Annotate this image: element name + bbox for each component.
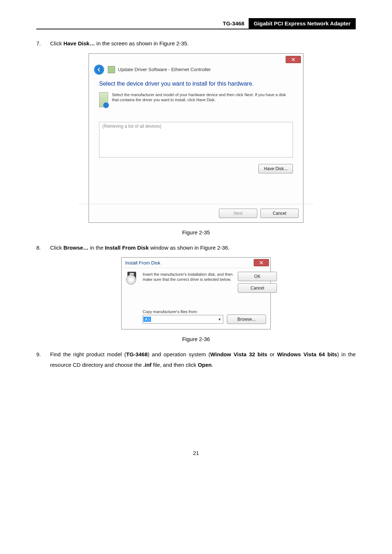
step-8-number: 8. <box>36 243 50 253</box>
step-9-t6: . <box>212 362 213 368</box>
install-from-disk-dialog: Install From Disk Insert the manufacture… <box>121 257 271 329</box>
step-7-pre: Click <box>50 40 64 46</box>
step-9: 9. Find the right product model (TG-3468… <box>36 349 356 370</box>
browse-button[interactable]: Browse... <box>227 315 266 324</box>
copy-from-label: Copy manufacturer's files from: <box>143 309 266 314</box>
copy-from-combobox[interactable]: A:\ ▼ <box>143 315 223 324</box>
step-9-t3: or <box>267 351 277 357</box>
next-button[interactable]: Next <box>219 209 257 218</box>
figure-2-35-caption: Figure 2-35 <box>36 229 356 235</box>
step-9-t2: ) and operation system ( <box>148 351 211 357</box>
chevron-down-icon[interactable]: ▼ <box>216 317 223 321</box>
device-list-placeholder: (Retrieving a list of all devices) <box>102 124 162 129</box>
step-9-b3: Windows Vista 64 bits <box>277 351 337 357</box>
device-icon <box>108 66 115 73</box>
step-9-b5: Open <box>198 362 212 368</box>
step-8: 8. Click Browse… in the Install From Dis… <box>36 243 356 253</box>
dialog2-title: Install From Disk <box>125 260 160 266</box>
page-number: 21 <box>36 450 356 456</box>
step-9-number: 9. <box>36 349 50 370</box>
header-title: Gigabit PCI Express Network Adapter <box>249 18 356 29</box>
update-driver-dialog: Update Driver Software - Ethernet Contro… <box>89 53 303 223</box>
page-header: TG-3468 Gigabit PCI Express Network Adap… <box>36 18 356 29</box>
figure-2-35: Update Driver Software - Ethernet Contro… <box>36 53 356 223</box>
cancel-button[interactable]: Cancel <box>238 283 277 293</box>
cancel-button[interactable]: Cancel <box>260 209 299 218</box>
step-9-b1: TG-3468 <box>126 351 148 357</box>
step-8-post: window as shown in Figure 2-36. <box>149 245 230 251</box>
step-7-post: in the screen as shown in Figure 2-35. <box>95 40 188 46</box>
have-disk-button[interactable]: Have Disk... <box>258 164 293 173</box>
copy-from-value: A:\ <box>143 317 151 322</box>
step-9-b2: Window Vista 32 bits <box>210 351 267 357</box>
dialog1-heading: Select the device driver you want to ins… <box>99 81 293 87</box>
step-7: 7. Click Have Disk… in the screen as sho… <box>36 38 356 49</box>
step-7-bold: Have Disk… <box>64 40 95 46</box>
step-8-bold2: Install From Disk <box>105 245 149 251</box>
step-7-number: 7. <box>36 38 50 49</box>
step-9-t5: file, and then click <box>151 362 198 368</box>
step-7-text: Click Have Disk… in the screen as shown … <box>50 38 356 49</box>
dialog2-message: Insert the manufacturer's installation d… <box>143 272 234 282</box>
close-icon[interactable] <box>254 259 269 266</box>
step-8-pre: Click <box>50 245 64 251</box>
step-9-text: Find the right product model (TG-3468) a… <box>50 349 356 370</box>
dialog1-window-title: Update Driver Software - Ethernet Contro… <box>118 67 211 72</box>
device-listbox[interactable]: (Retrieving a list of all devices) <box>99 122 293 157</box>
back-icon[interactable] <box>94 65 104 75</box>
figure-2-36-caption: Figure 2-36 <box>36 336 356 342</box>
hardware-icon <box>99 92 108 107</box>
header-model: TG-3468 <box>219 18 249 29</box>
step-8-mid: in the <box>89 245 105 251</box>
close-icon[interactable] <box>286 56 301 63</box>
step-9-t1: Find the right product model ( <box>50 351 126 357</box>
step-8-bold1: Browse… <box>64 245 89 251</box>
disk-icon <box>126 272 139 285</box>
ok-button[interactable]: OK <box>238 272 277 281</box>
figure-2-36: Install From Disk Insert the manufacture… <box>36 257 356 329</box>
step-9-b4: .inf <box>143 362 152 368</box>
step-8-text: Click Browse… in the Install From Disk w… <box>50 243 356 253</box>
dialog1-info-text: Select the manufacturer and model of you… <box>112 92 293 103</box>
